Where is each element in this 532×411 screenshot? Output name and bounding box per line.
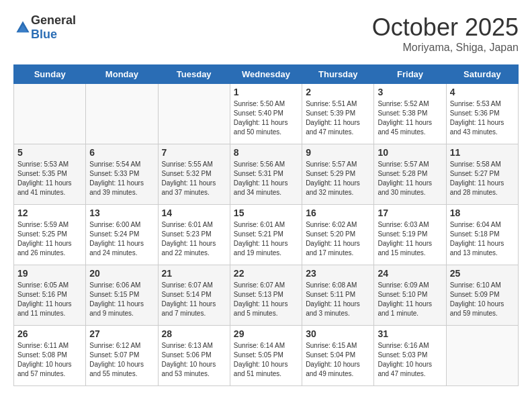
table-row: 30Sunrise: 6:15 AM Sunset: 5:04 PM Dayli… bbox=[302, 326, 374, 386]
table-row: 25Sunrise: 6:10 AM Sunset: 5:09 PM Dayli… bbox=[446, 265, 518, 326]
table-row: 1Sunrise: 5:50 AM Sunset: 5:40 PM Daylig… bbox=[230, 84, 302, 144]
table-row: 5Sunrise: 5:53 AM Sunset: 5:35 PM Daylig… bbox=[14, 144, 86, 205]
month-title: October 2025 bbox=[372, 13, 519, 42]
table-row: 17Sunrise: 6:03 AM Sunset: 5:19 PM Dayli… bbox=[374, 205, 446, 265]
day-number: 15 bbox=[234, 208, 298, 218]
day-number: 19 bbox=[17, 268, 82, 279]
table-row: 7Sunrise: 5:55 AM Sunset: 5:32 PM Daylig… bbox=[158, 144, 230, 205]
day-number: 11 bbox=[450, 147, 515, 158]
table-row: 13Sunrise: 6:00 AM Sunset: 5:24 PM Dayli… bbox=[86, 205, 158, 265]
calendar-week-row: 19Sunrise: 6:05 AM Sunset: 5:16 PM Dayli… bbox=[14, 265, 519, 326]
table-row: 2Sunrise: 5:51 AM Sunset: 5:39 PM Daylig… bbox=[302, 84, 374, 144]
day-info: Sunrise: 6:06 AM Sunset: 5:15 PM Dayligh… bbox=[89, 281, 154, 318]
header-saturday: Saturday bbox=[446, 65, 518, 84]
day-number: 8 bbox=[234, 147, 298, 158]
table-row: 6Sunrise: 5:54 AM Sunset: 5:33 PM Daylig… bbox=[86, 144, 158, 205]
day-number: 17 bbox=[378, 208, 442, 218]
page-header: General Blue October 2025 Moriyama, Shig… bbox=[13, 13, 519, 54]
table-row: 27Sunrise: 6:12 AM Sunset: 5:07 PM Dayli… bbox=[86, 326, 158, 386]
day-info: Sunrise: 6:04 AM Sunset: 5:18 PM Dayligh… bbox=[450, 220, 515, 258]
day-number: 1 bbox=[234, 87, 298, 97]
logo-blue: Blue bbox=[31, 28, 57, 41]
table-row: 12Sunrise: 5:59 AM Sunset: 5:25 PM Dayli… bbox=[14, 205, 86, 265]
logo-icon bbox=[15, 19, 31, 36]
day-number: 7 bbox=[162, 147, 226, 158]
table-row: 10Sunrise: 5:57 AM Sunset: 5:28 PM Dayli… bbox=[374, 144, 446, 205]
day-info: Sunrise: 5:51 AM Sunset: 5:39 PM Dayligh… bbox=[306, 99, 370, 137]
table-row: 3Sunrise: 5:52 AM Sunset: 5:38 PM Daylig… bbox=[374, 84, 446, 144]
calendar-week-row: 1Sunrise: 5:50 AM Sunset: 5:40 PM Daylig… bbox=[14, 84, 519, 144]
day-info: Sunrise: 6:01 AM Sunset: 5:23 PM Dayligh… bbox=[162, 220, 226, 258]
day-info: Sunrise: 6:05 AM Sunset: 5:16 PM Dayligh… bbox=[17, 281, 82, 318]
header-thursday: Thursday bbox=[302, 65, 374, 84]
day-info: Sunrise: 5:53 AM Sunset: 5:36 PM Dayligh… bbox=[450, 99, 515, 137]
table-row: 9Sunrise: 5:57 AM Sunset: 5:29 PM Daylig… bbox=[302, 144, 374, 205]
table-row: 15Sunrise: 6:01 AM Sunset: 5:21 PM Dayli… bbox=[230, 205, 302, 265]
day-info: Sunrise: 6:12 AM Sunset: 5:07 PM Dayligh… bbox=[89, 341, 154, 379]
table-row: 16Sunrise: 6:02 AM Sunset: 5:20 PM Dayli… bbox=[302, 205, 374, 265]
calendar-week-row: 12Sunrise: 5:59 AM Sunset: 5:25 PM Dayli… bbox=[14, 205, 519, 265]
day-number: 14 bbox=[162, 208, 226, 218]
day-number: 9 bbox=[306, 147, 370, 158]
day-number: 6 bbox=[89, 147, 154, 158]
day-info: Sunrise: 6:15 AM Sunset: 5:04 PM Dayligh… bbox=[306, 341, 370, 379]
day-number: 10 bbox=[378, 147, 442, 158]
table-row: 28Sunrise: 6:13 AM Sunset: 5:06 PM Dayli… bbox=[158, 326, 230, 386]
day-number: 26 bbox=[17, 328, 82, 339]
table-row bbox=[86, 84, 158, 144]
table-row: 14Sunrise: 6:01 AM Sunset: 5:23 PM Dayli… bbox=[158, 205, 230, 265]
location-title: Moriyama, Shiga, Japan bbox=[372, 42, 519, 54]
table-row: 8Sunrise: 5:56 AM Sunset: 5:31 PM Daylig… bbox=[230, 144, 302, 205]
day-info: Sunrise: 5:59 AM Sunset: 5:25 PM Dayligh… bbox=[17, 220, 82, 258]
day-info: Sunrise: 5:57 AM Sunset: 5:29 PM Dayligh… bbox=[306, 160, 370, 197]
day-number: 23 bbox=[306, 268, 370, 279]
day-info: Sunrise: 6:00 AM Sunset: 5:24 PM Dayligh… bbox=[89, 220, 154, 258]
day-info: Sunrise: 5:50 AM Sunset: 5:40 PM Dayligh… bbox=[234, 99, 298, 137]
calendar-week-row: 5Sunrise: 5:53 AM Sunset: 5:35 PM Daylig… bbox=[14, 144, 519, 205]
header-friday: Friday bbox=[374, 65, 446, 84]
day-info: Sunrise: 6:16 AM Sunset: 5:03 PM Dayligh… bbox=[378, 341, 442, 379]
day-number: 18 bbox=[450, 208, 515, 218]
table-row: 24Sunrise: 6:09 AM Sunset: 5:10 PM Dayli… bbox=[374, 265, 446, 326]
day-info: Sunrise: 5:53 AM Sunset: 5:35 PM Dayligh… bbox=[17, 160, 82, 197]
table-row: 4Sunrise: 5:53 AM Sunset: 5:36 PM Daylig… bbox=[446, 84, 518, 144]
day-number: 29 bbox=[234, 328, 298, 339]
logo: General Blue bbox=[13, 13, 76, 42]
day-info: Sunrise: 5:54 AM Sunset: 5:33 PM Dayligh… bbox=[89, 160, 154, 197]
day-number: 3 bbox=[378, 87, 442, 97]
day-number: 31 bbox=[378, 328, 442, 339]
logo-general: General bbox=[31, 13, 76, 27]
table-row: 23Sunrise: 6:08 AM Sunset: 5:11 PM Dayli… bbox=[302, 265, 374, 326]
weekday-header-row: Sunday Monday Tuesday Wednesday Thursday… bbox=[14, 65, 519, 84]
table-row: 26Sunrise: 6:11 AM Sunset: 5:08 PM Dayli… bbox=[14, 326, 86, 386]
day-number: 24 bbox=[378, 268, 442, 279]
table-row: 18Sunrise: 6:04 AM Sunset: 5:18 PM Dayli… bbox=[446, 205, 518, 265]
day-number: 25 bbox=[450, 268, 515, 279]
day-number: 12 bbox=[17, 208, 82, 218]
day-info: Sunrise: 5:52 AM Sunset: 5:38 PM Dayligh… bbox=[378, 99, 442, 137]
day-info: Sunrise: 6:07 AM Sunset: 5:14 PM Dayligh… bbox=[162, 281, 226, 318]
table-row bbox=[158, 84, 230, 144]
day-number: 27 bbox=[89, 328, 154, 339]
day-number: 30 bbox=[306, 328, 370, 339]
day-number: 20 bbox=[89, 268, 154, 279]
title-block: October 2025 Moriyama, Shiga, Japan bbox=[372, 13, 519, 54]
calendar-table: Sunday Monday Tuesday Wednesday Thursday… bbox=[13, 64, 519, 386]
day-number: 22 bbox=[234, 268, 298, 279]
table-row: 29Sunrise: 6:14 AM Sunset: 5:05 PM Dayli… bbox=[230, 326, 302, 386]
day-info: Sunrise: 6:13 AM Sunset: 5:06 PM Dayligh… bbox=[162, 341, 226, 379]
calendar-week-row: 26Sunrise: 6:11 AM Sunset: 5:08 PM Dayli… bbox=[14, 326, 519, 386]
day-info: Sunrise: 5:56 AM Sunset: 5:31 PM Dayligh… bbox=[234, 160, 298, 197]
day-number: 4 bbox=[450, 87, 515, 97]
day-info: Sunrise: 6:09 AM Sunset: 5:10 PM Dayligh… bbox=[378, 281, 442, 318]
day-info: Sunrise: 5:58 AM Sunset: 5:27 PM Dayligh… bbox=[450, 160, 515, 197]
day-number: 5 bbox=[17, 147, 82, 158]
header-wednesday: Wednesday bbox=[230, 65, 302, 84]
table-row: 22Sunrise: 6:07 AM Sunset: 5:13 PM Dayli… bbox=[230, 265, 302, 326]
table-row bbox=[14, 84, 86, 144]
day-number: 28 bbox=[162, 328, 226, 339]
table-row: 11Sunrise: 5:58 AM Sunset: 5:27 PM Dayli… bbox=[446, 144, 518, 205]
day-info: Sunrise: 6:11 AM Sunset: 5:08 PM Dayligh… bbox=[17, 341, 82, 379]
header-sunday: Sunday bbox=[14, 65, 86, 84]
day-number: 21 bbox=[162, 268, 226, 279]
